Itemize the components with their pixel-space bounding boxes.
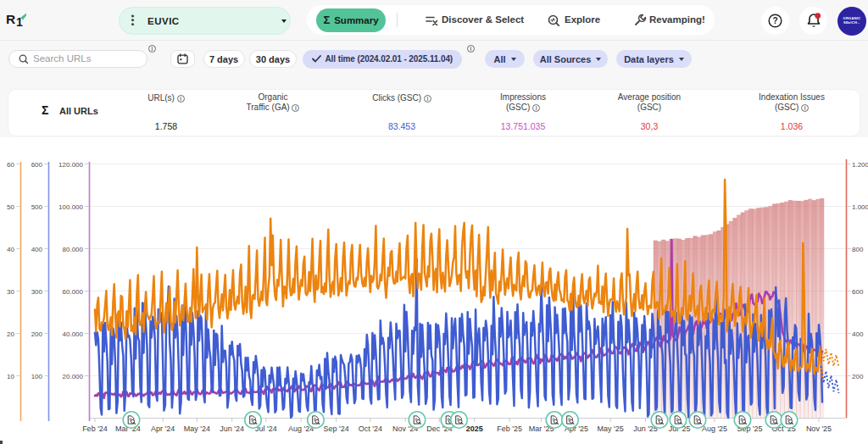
svg-text:2025: 2025 (466, 425, 483, 433)
svg-text:Apr '24: Apr '24 (151, 425, 175, 433)
svg-text:600: 600 (852, 288, 864, 296)
svg-text:600: 600 (31, 161, 43, 169)
svg-text:Sep '24: Sep '24 (324, 425, 349, 433)
svg-text:Aug '25: Aug '25 (702, 425, 727, 433)
svg-text:Feb '24: Feb '24 (82, 425, 108, 433)
svg-text:300: 300 (31, 288, 43, 296)
svg-text:40.000: 40.000 (63, 330, 84, 338)
svg-text:Feb '25: Feb '25 (497, 425, 522, 433)
svg-text:80.000: 80.000 (63, 246, 84, 253)
svg-text:Oct '24: Oct '24 (359, 425, 382, 433)
svg-text:400: 400 (31, 246, 43, 253)
svg-text:1.200: 1.200 (852, 161, 868, 169)
svg-text:20: 20 (7, 330, 14, 338)
svg-text:400: 400 (852, 330, 864, 338)
svg-text:30: 30 (7, 288, 14, 296)
svg-text:120.000: 120.000 (58, 161, 83, 169)
svg-text:10: 10 (7, 373, 14, 380)
svg-text:?: ? (772, 16, 777, 25)
svg-text:200: 200 (852, 373, 864, 380)
svg-text:Nov '25: Nov '25 (806, 425, 832, 433)
svg-text:20.000: 20.000 (63, 373, 84, 380)
svg-text:50: 50 (7, 203, 14, 211)
svg-text:100: 100 (31, 373, 43, 380)
svg-text:200: 200 (31, 330, 43, 338)
svg-text:1.000: 1.000 (852, 203, 868, 211)
svg-text:100.000: 100.000 (58, 203, 83, 211)
svg-text:May '24: May '24 (184, 425, 210, 433)
svg-text:May '25: May '25 (597, 425, 623, 433)
svg-text:60.000: 60.000 (63, 288, 84, 296)
svg-text:60: 60 (7, 161, 14, 169)
svg-text:500: 500 (31, 203, 43, 211)
svg-text:Jun '24: Jun '24 (220, 425, 244, 433)
svg-text:800: 800 (852, 246, 864, 253)
svg-text:40: 40 (7, 246, 14, 253)
